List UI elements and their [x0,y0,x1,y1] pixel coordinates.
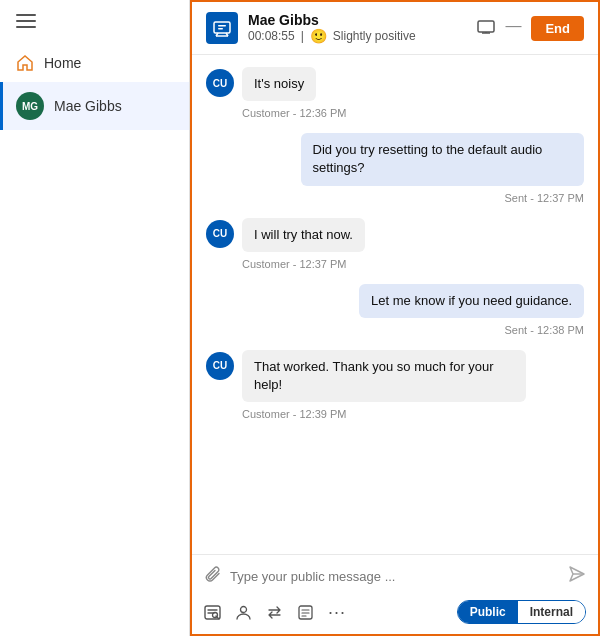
monitor-icon[interactable] [477,19,495,37]
customer-icon[interactable] [235,604,252,621]
transfer-icon[interactable] [266,604,283,621]
sidebar: Home MG Mae Gibbs [0,0,190,636]
chat-input-row [204,565,586,588]
note-icon[interactable] [297,604,314,621]
chat-header-actions: — End [477,16,584,41]
avatar: CU [206,69,234,97]
message-group: CU It's noisy Customer - 12:36 PM [206,67,584,119]
svg-point-5 [213,612,218,617]
message-bubble: It's noisy [242,67,316,101]
message-row-sent: Did you try resetting to the default aud… [206,133,584,185]
message-bubble: I will try that now. [242,218,365,252]
hamburger-menu[interactable] [0,0,189,38]
avatar: CU [206,352,234,380]
sidebar-contact-label: Mae Gibbs [54,98,122,114]
chat-input[interactable] [230,565,560,588]
message-group: CU That worked. Thank you so much for yo… [206,350,584,420]
end-button[interactable]: End [531,16,584,41]
chat-toolbar: ··· Public Internal [204,596,586,628]
message-time-sent: Sent - 12:37 PM [206,192,584,204]
chat-messages: CU It's noisy Customer - 12:36 PM Did yo… [192,55,598,554]
message-row: CU That worked. Thank you so much for yo… [206,350,584,402]
message-row: CU I will try that now. [206,218,584,252]
message-group: Did you try resetting to the default aud… [206,133,584,203]
chat-input-area: ··· Public Internal [192,554,598,634]
chat-container: Mae Gibbs 00:08:55 | 🙂 Slightly positive… [190,0,600,636]
svg-rect-1 [218,25,226,27]
svg-point-6 [241,606,247,612]
svg-rect-0 [214,22,230,33]
message-group: Let me know if you need guidance. Sent -… [206,284,584,336]
message-row: CU It's noisy [206,67,584,101]
message-row-sent: Let me know if you need guidance. [206,284,584,318]
canned-response-icon[interactable] [204,604,221,621]
message-time: Customer - 12:36 PM [206,107,584,119]
hamburger-icon [16,14,36,28]
chat-header-icon [206,12,238,44]
svg-rect-3 [478,21,494,32]
home-icon [16,54,34,72]
attachment-icon[interactable] [204,565,222,588]
chat-header: Mae Gibbs 00:08:55 | 🙂 Slightly positive… [192,2,598,55]
chat-header-meta: 00:08:55 | 🙂 Slightly positive [248,28,467,44]
avatar: MG [16,92,44,120]
message-time-sent: Sent - 12:38 PM [206,324,584,336]
message-bubble-sent: Did you try resetting to the default aud… [301,133,585,185]
public-mode-button[interactable]: Public [458,601,518,623]
message-time: Customer - 12:39 PM [206,408,584,420]
more-options-icon[interactable]: ··· [328,602,346,623]
message-bubble-sent: Let me know if you need guidance. [359,284,584,318]
chat-header-info: Mae Gibbs 00:08:55 | 🙂 Slightly positive [248,12,467,44]
sidebar-nav: Home MG Mae Gibbs [0,38,189,136]
svg-rect-2 [218,28,223,30]
chat-mode-toggle: Public Internal [457,600,586,624]
internal-mode-button[interactable]: Internal [518,601,585,623]
sidebar-home-label: Home [44,55,81,71]
chat-timer: 00:08:55 [248,29,295,43]
sidebar-item-home[interactable]: Home [0,44,189,82]
message-time: Customer - 12:37 PM [206,258,584,270]
avatar: CU [206,220,234,248]
sidebar-item-contact[interactable]: MG Mae Gibbs [0,82,189,130]
chat-sentiment: Slightly positive [333,29,416,43]
minimize-icon[interactable]: — [505,18,521,34]
message-bubble: That worked. Thank you so much for your … [242,350,526,402]
send-icon[interactable] [568,565,586,588]
chat-contact-name: Mae Gibbs [248,12,467,28]
message-group: CU I will try that now. Customer - 12:37… [206,218,584,270]
sentiment-icon: 🙂 [310,28,327,44]
